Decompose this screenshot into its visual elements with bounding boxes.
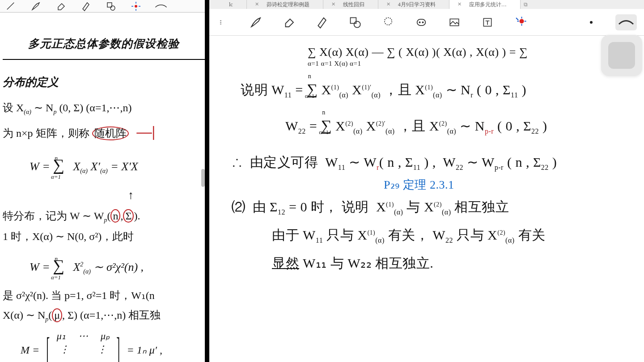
tab-maoshisong[interactable]: ✕ 茆诗松定理和例题: [247, 0, 323, 9]
pen-tool-icon[interactable]: [247, 13, 265, 31]
handwriting-canvas[interactable]: ∑ X(α) X(α) — ∑ ( X(α) )( X(α) , X(α) ) …: [209, 36, 644, 273]
handwriting-line: 显然 W₁₁ 与 W₂₂ 相互独立.: [272, 254, 631, 273]
handwriting-line: W22 = ∑nα=1 X(2)(α) X(2)′(α) ，且 X(2)(α) …: [285, 117, 631, 135]
color-dot[interactable]: [582, 13, 600, 31]
close-icon[interactable]: ✕: [255, 1, 259, 7]
handwriting-line: 由于 W11 只与 X(1)(α) 有关， W22 只与 X(2)(α) 有关: [272, 226, 631, 244]
right-toolbar: [209, 9, 644, 36]
tab-bar: lc ✕ 茆诗松定理和例题 ✕ 线性回归 ✕ 4月9日学习资料 ✕ 应用多元统计…: [209, 0, 644, 9]
close-icon[interactable]: ✕: [458, 1, 462, 7]
close-icon[interactable]: ✕: [386, 1, 390, 7]
scroll-indicator[interactable]: [201, 169, 205, 187]
formula: W = ∑ n α=1 X2(α) ∼ σ²χ²(n) ,: [30, 253, 205, 279]
handwriting-line: ⑵ 由 Σ12 = 0 时， 说明 X(1)(α) 与 X(2)(α) 相互独立: [232, 198, 631, 216]
text-line: 为 n×p 矩阵，则称 随机阵 —|: [3, 120, 205, 144]
left-pane: 多元正态总体参数的假设检验 分布的定义 设 X(α) ∼ Np (0, Σ) (…: [0, 0, 205, 362]
text-line: 1 时，X(α) ∼ N(0, σ²)，此时: [3, 228, 205, 245]
sticker-tool-icon[interactable]: [412, 13, 430, 31]
handwriting-line: ∑ X(α) X(α) — ∑ ( X(α) )( X(α) , X(α) ) …: [308, 46, 631, 59]
brush-preview[interactable]: [615, 14, 637, 30]
svg-point-2: [135, 5, 137, 8]
svg-point-1: [110, 6, 115, 10]
text-line: 是 σ²χ²(n). 当 p=1, σ²=1 时，W₁(n: [3, 287, 205, 304]
text-line: X(α) ∼ Np(μ, Σ) (α=1,⋯,n) 相互独: [3, 307, 205, 324]
page-title: 多元正态总体参数的假设检验: [3, 35, 205, 60]
shape-tool-icon[interactable]: [346, 13, 364, 31]
svg-point-4: [354, 21, 360, 27]
section-heading: 分布的定义: [3, 73, 205, 91]
pen-tool-icon[interactable]: [30, 2, 42, 11]
lasso-tool-icon[interactable]: [379, 13, 397, 31]
svg-point-8: [422, 21, 423, 22]
eraser-tool-icon[interactable]: [280, 13, 298, 31]
highlighter-tool-icon[interactable]: [313, 13, 331, 31]
svg-rect-3: [351, 17, 356, 23]
tab-apr9[interactable]: ✕ 4月9日学习资料: [378, 0, 449, 9]
text-line: 特分布，记为 W ∼ Wp(n,Σ).: [3, 207, 205, 225]
right-pane: lc ✕ 茆诗松定理和例题 ✕ 线性回归 ✕ 4月9日学习资料 ✕ 应用多元统计…: [209, 0, 644, 362]
handwriting-line: 说明 W11 = ∑nα=1 X(1)(α) X(1)′(α) ，且 X(1)(…: [241, 81, 631, 99]
tab-multivariate-stats[interactable]: ✕ 应用多元统计…: [449, 0, 521, 9]
stroke-preview-icon[interactable]: [155, 2, 167, 11]
laser-tool-icon[interactable]: [130, 2, 142, 11]
highlighter-tool-icon[interactable]: [80, 2, 92, 11]
image-tool-icon[interactable]: [445, 13, 463, 31]
handwriting-annotation-blue: P₂₉ 定理 2.3.1: [384, 177, 631, 193]
svg-rect-6: [417, 19, 426, 25]
matrix-formula: M = [ μ₁⋯μₚ ⋮ ⋮ μ₁⋯μₚ ] = 1ₙ μ′ ,: [21, 329, 205, 362]
shape-tool-icon[interactable]: [105, 2, 117, 11]
close-icon[interactable]: ✕: [331, 1, 335, 7]
text-line: 设 X(α) ∼ Np (0, Σ) (α=1,⋯,n): [3, 99, 205, 117]
laser-tool-icon[interactable]: [512, 13, 530, 31]
arrow-annotation: ↑: [128, 186, 205, 205]
text-tool-icon[interactable]: [479, 13, 496, 31]
svg-point-7: [419, 21, 420, 22]
left-toolbar: [0, 0, 205, 13]
tab-lc[interactable]: lc: [209, 0, 247, 9]
handwriting-line: α=1 α=1 X(α) α=1: [308, 60, 631, 67]
new-tab-icon[interactable]: ⧉: [521, 0, 531, 9]
pencil-tool-icon[interactable]: [4, 2, 17, 11]
red-circle-annotation: 随机阵: [92, 126, 129, 140]
eraser-tool-icon[interactable]: [55, 2, 67, 11]
left-document: 多元正态总体参数的假设检验 分布的定义 设 X(α) ∼ Np (0, Σ) (…: [0, 13, 205, 362]
handwriting-line: ∴ 由定义可得 W11 ∼ Wr( n , Σ11 ) , W22 ∼ Wp-r…: [232, 153, 631, 172]
menu-icon[interactable]: [214, 13, 232, 31]
floating-app-tile[interactable]: [601, 35, 642, 76]
svg-point-11: [520, 19, 524, 23]
svg-point-5: [385, 17, 392, 25]
tab-linear-regression[interactable]: ✕ 线性回归: [323, 0, 378, 9]
pane-divider[interactable]: [205, 0, 209, 362]
formula: W = ∑ n α=1 X(α) X′(α) = X′X: [30, 152, 205, 178]
app-icon: [608, 42, 635, 69]
